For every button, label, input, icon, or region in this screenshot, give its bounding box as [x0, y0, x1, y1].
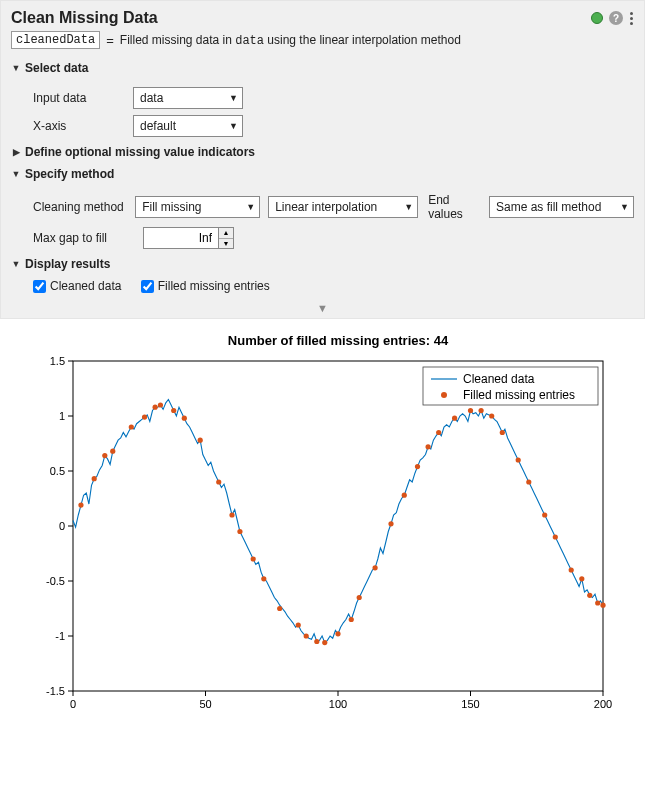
svg-text:0: 0 — [59, 520, 65, 532]
summary-row: cleanedData = Filled missing data in dat… — [11, 31, 634, 49]
svg-point-31 — [142, 414, 147, 419]
svg-point-48 — [349, 616, 354, 621]
end-values-select[interactable]: Same as fill method▼ — [489, 196, 634, 218]
cleaning-method-label: Cleaning method — [33, 200, 127, 214]
filled-entries-checkbox[interactable]: Filled missing entries — [141, 279, 270, 293]
spinner-up-icon[interactable]: ▲ — [219, 228, 233, 238]
svg-point-49 — [357, 594, 362, 599]
caret-down-icon: ▼ — [229, 121, 238, 131]
svg-point-57 — [468, 407, 473, 412]
svg-point-60 — [500, 429, 505, 434]
section-header-specify-method[interactable]: ▼ Specify method — [11, 165, 634, 183]
svg-point-28 — [102, 453, 107, 458]
svg-point-68 — [595, 600, 600, 605]
chart-area: Number of filled missing entries: 440501… — [0, 319, 645, 739]
caret-down-icon: ▼ — [229, 93, 238, 103]
svg-point-65 — [569, 567, 574, 572]
chevron-down-icon: ▼ — [11, 259, 21, 269]
svg-text:1.5: 1.5 — [50, 355, 65, 367]
equals-sign: = — [106, 33, 114, 48]
panel-title: Clean Missing Data — [11, 9, 158, 27]
svg-point-55 — [436, 429, 441, 434]
svg-point-30 — [129, 424, 134, 429]
svg-text:0.5: 0.5 — [50, 465, 65, 477]
section-display-results: ▼ Display results Cleaned data Filled mi… — [11, 255, 634, 300]
svg-point-53 — [415, 464, 420, 469]
svg-point-32 — [153, 404, 158, 409]
svg-text:-1.5: -1.5 — [46, 685, 65, 697]
svg-text:Cleaned data: Cleaned data — [463, 372, 535, 386]
section-header-optional-indicators[interactable]: ▶ Define optional missing value indicato… — [11, 143, 634, 161]
x-axis-label: X-axis — [33, 119, 133, 133]
svg-point-42 — [277, 605, 282, 610]
svg-point-54 — [426, 444, 431, 449]
chevron-down-icon: ▼ — [11, 63, 21, 73]
caret-down-icon: ▼ — [246, 202, 255, 212]
max-gap-input[interactable] — [144, 228, 218, 248]
chevron-right-icon: ▶ — [11, 147, 21, 157]
status-dot-icon — [591, 12, 603, 24]
expand-handle-icon[interactable]: ▼ — [11, 300, 634, 314]
svg-point-66 — [579, 576, 584, 581]
svg-point-44 — [304, 633, 309, 638]
svg-point-37 — [216, 479, 221, 484]
max-gap-label: Max gap to fill — [33, 231, 143, 245]
svg-point-38 — [229, 512, 234, 517]
svg-point-43 — [296, 622, 301, 627]
svg-point-69 — [600, 602, 605, 607]
svg-point-27 — [92, 476, 97, 481]
summary-text: Filled missing data in data using the li… — [120, 33, 461, 48]
svg-point-36 — [198, 437, 203, 442]
spinner-down-icon[interactable]: ▼ — [219, 238, 233, 248]
svg-point-64 — [553, 534, 558, 539]
svg-text:50: 50 — [199, 698, 211, 710]
svg-point-59 — [489, 413, 494, 418]
max-gap-spinner[interactable]: ▲ ▼ — [143, 227, 234, 249]
section-header-display-results[interactable]: ▼ Display results — [11, 255, 634, 273]
caret-down-icon: ▼ — [404, 202, 413, 212]
header-icons: ? — [591, 10, 634, 27]
cleaned-data-checkbox[interactable]: Cleaned data — [33, 279, 121, 293]
results-chart: Number of filled missing entries: 440501… — [18, 331, 618, 721]
input-data-label: Input data — [33, 91, 133, 105]
section-optional-indicators: ▶ Define optional missing value indicato… — [11, 143, 634, 161]
svg-point-29 — [110, 448, 115, 453]
help-icon[interactable]: ? — [609, 11, 623, 25]
svg-point-62 — [526, 479, 531, 484]
task-panel: Clean Missing Data ? cleanedData = Fille… — [0, 0, 645, 319]
svg-text:Filled missing entries: Filled missing entries — [463, 388, 575, 402]
svg-point-50 — [373, 565, 378, 570]
svg-point-73 — [441, 392, 447, 398]
svg-point-67 — [587, 592, 592, 597]
input-data-select[interactable]: data▼ — [133, 87, 243, 109]
kebab-menu-icon[interactable] — [629, 10, 634, 27]
svg-point-52 — [402, 492, 407, 497]
svg-text:Number of filled missing entri: Number of filled missing entries: 44 — [228, 333, 449, 348]
end-values-label: End values — [428, 193, 479, 221]
svg-point-41 — [261, 576, 266, 581]
caret-down-icon: ▼ — [620, 202, 629, 212]
svg-point-63 — [542, 512, 547, 517]
svg-text:-0.5: -0.5 — [46, 575, 65, 587]
section-specify-method: ▼ Specify method Cleaning method Fill mi… — [11, 165, 634, 249]
svg-point-39 — [237, 528, 242, 533]
svg-text:0: 0 — [70, 698, 76, 710]
svg-text:150: 150 — [461, 698, 479, 710]
fill-type-select[interactable]: Linear interpolation▼ — [268, 196, 418, 218]
panel-header: Clean Missing Data ? — [11, 9, 634, 27]
section-header-select-data[interactable]: ▼ Select data — [11, 59, 634, 77]
svg-point-51 — [388, 521, 393, 526]
svg-point-40 — [251, 556, 256, 561]
svg-text:100: 100 — [329, 698, 347, 710]
x-axis-select[interactable]: default▼ — [133, 115, 243, 137]
svg-text:-1: -1 — [55, 630, 65, 642]
section-select-data: ▼ Select data Input data data▼ X-axis de… — [11, 59, 634, 137]
output-variable[interactable]: cleanedData — [11, 31, 100, 49]
svg-point-46 — [322, 640, 327, 645]
svg-point-33 — [158, 402, 163, 407]
svg-point-26 — [78, 502, 83, 507]
svg-point-45 — [314, 638, 319, 643]
cleaning-method-select[interactable]: Fill missing▼ — [135, 196, 260, 218]
chevron-down-icon: ▼ — [11, 169, 21, 179]
svg-point-61 — [516, 457, 521, 462]
